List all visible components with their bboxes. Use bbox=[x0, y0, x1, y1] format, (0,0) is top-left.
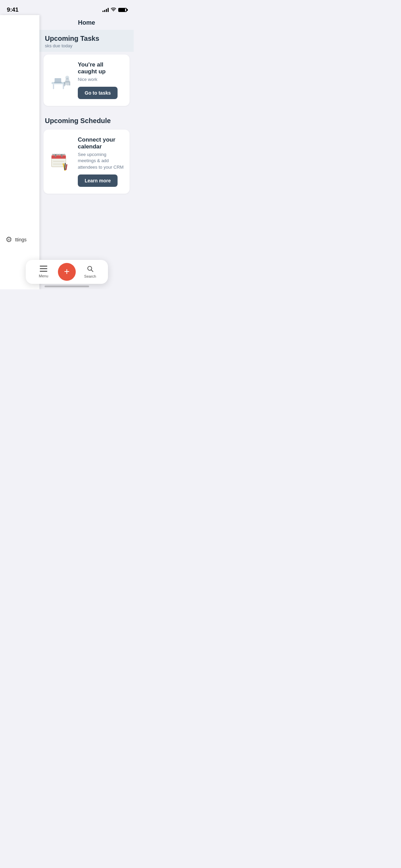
search-icon bbox=[87, 265, 94, 273]
menu-label: Menu bbox=[39, 274, 48, 278]
menu-icon bbox=[40, 266, 47, 273]
upcoming-schedule-title: Upcoming Schedule bbox=[45, 117, 128, 125]
search-tab[interactable]: Search bbox=[76, 265, 105, 278]
battery-icon bbox=[118, 8, 127, 12]
page-title: Home bbox=[78, 19, 95, 26]
upcoming-tasks-section: Upcoming Tasks sks due today bbox=[39, 30, 134, 52]
svg-rect-1 bbox=[63, 84, 64, 89]
calendar-illustration bbox=[49, 149, 73, 173]
svg-rect-12 bbox=[51, 158, 66, 159]
svg-rect-6 bbox=[64, 82, 70, 82]
svg-rect-4 bbox=[54, 82, 61, 83]
schedule-card-subtitle: See upcoming meetings & add attendees to… bbox=[78, 152, 124, 170]
upcoming-tasks-title: Upcoming Tasks bbox=[45, 35, 128, 43]
schedule-card-title: Connect your calendar bbox=[78, 136, 124, 150]
main-content: Home Upcoming Tasks sks due today bbox=[39, 15, 134, 262]
sidebar-settings-item[interactable]: ⚙ ttings bbox=[0, 231, 32, 248]
page-title-wrap: Home bbox=[39, 15, 134, 30]
relaxing-illustration bbox=[49, 68, 73, 92]
status-bar: 9:41 bbox=[0, 0, 134, 15]
tasks-card: You're all caught up Nice work Go to tas… bbox=[44, 55, 130, 106]
wifi-icon bbox=[111, 7, 116, 13]
svg-rect-7 bbox=[64, 82, 65, 86]
upcoming-tasks-subtitle: sks due today bbox=[45, 43, 128, 48]
sidebar-panel: ⚙ ttings bbox=[0, 15, 39, 289]
add-button[interactable]: + bbox=[58, 263, 76, 281]
svg-rect-9 bbox=[64, 82, 64, 86]
schedule-card: Connect your calendar See upcoming meeti… bbox=[44, 130, 130, 194]
gear-icon: ⚙ bbox=[5, 235, 12, 244]
svg-rect-20 bbox=[40, 266, 47, 267]
svg-line-24 bbox=[91, 270, 93, 272]
status-time: 9:41 bbox=[7, 7, 19, 13]
status-icons bbox=[102, 7, 127, 13]
search-label: Search bbox=[84, 274, 96, 278]
svg-rect-3 bbox=[54, 78, 61, 83]
home-indicator bbox=[45, 286, 89, 287]
tasks-card-title: You're all caught up bbox=[78, 61, 124, 75]
tasks-card-subtitle: Nice work bbox=[78, 76, 124, 83]
svg-rect-0 bbox=[53, 84, 54, 89]
menu-tab[interactable]: Menu bbox=[29, 266, 58, 278]
learn-more-button[interactable]: Learn more bbox=[78, 174, 118, 187]
go-to-tasks-button[interactable]: Go to tasks bbox=[78, 87, 118, 99]
add-icon: + bbox=[64, 267, 70, 276]
settings-label: ttings bbox=[15, 237, 26, 242]
app-container: 9:41 ⚙ ttings H bbox=[0, 0, 134, 289]
svg-rect-8 bbox=[69, 82, 70, 86]
tab-bar: Menu + Search bbox=[26, 260, 108, 284]
signal-bars-icon bbox=[102, 8, 109, 12]
upcoming-schedule-section: Upcoming Schedule bbox=[39, 111, 134, 194]
svg-rect-21 bbox=[40, 268, 47, 269]
svg-rect-22 bbox=[40, 271, 47, 272]
